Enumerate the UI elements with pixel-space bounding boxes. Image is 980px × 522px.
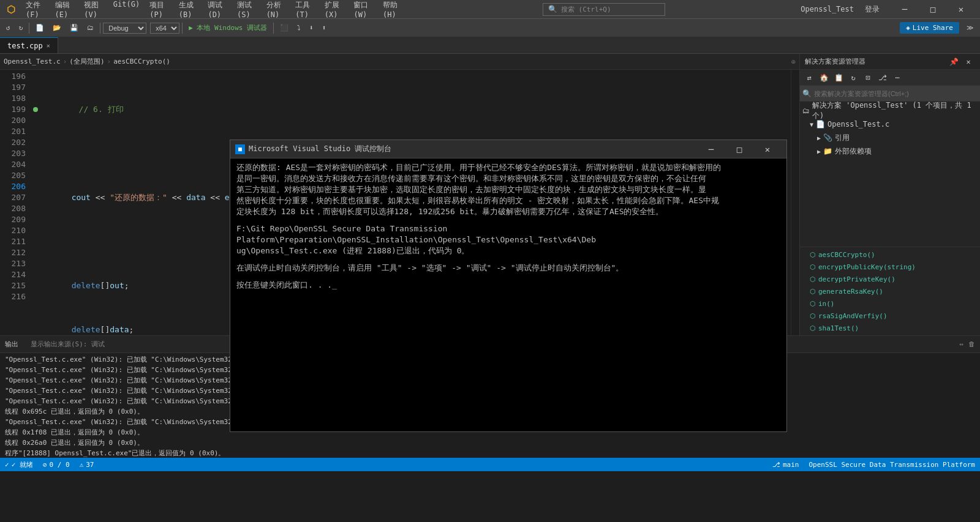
undo-button[interactable]: ↺: [2, 23, 14, 33]
outline-label-6: rsaSigAndVerfiy(): [818, 312, 888, 320]
live-share-icon: ◈: [906, 24, 910, 32]
save-all-button[interactable]: 🗂: [83, 23, 97, 33]
console-minimize-button[interactable]: ─: [697, 140, 725, 158]
console-window: ■ Microsoft Visual Studio 调试控制台 ─ □ ✕ 还原…: [230, 140, 787, 432]
status-branch[interactable]: ⎇ main: [772, 461, 799, 469]
extra-options-button[interactable]: ≫: [963, 23, 978, 33]
menu-project[interactable]: 项目(P): [145, 0, 174, 20]
outline-item-1[interactable]: ⬡ aesCBCCrypto(): [800, 248, 980, 261]
open-button[interactable]: 📂: [49, 23, 65, 33]
step-over-button[interactable]: ⤵: [293, 23, 304, 33]
console-notice: 在调试停止时自动关闭控制台，请启用 "工具" -> "选项" -> "调试" -…: [236, 263, 780, 274]
project-expand-arrow: ▼: [810, 121, 813, 128]
console-icon-symbol: ■: [238, 146, 242, 152]
filter-button[interactable]: ⊡: [861, 72, 875, 84]
outline-item-5[interactable]: ⬡ in(): [800, 297, 980, 310]
redo-button[interactable]: ↻: [15, 23, 27, 33]
panel-controls: 📌 ✕: [947, 56, 975, 68]
references-item[interactable]: ▶ 📎 引用: [800, 131, 980, 144]
toolbar-more-button[interactable]: ⋯: [891, 72, 904, 84]
outline-label-2: encryptPublicKey(string): [818, 263, 916, 271]
clear-button[interactable]: 🗑: [968, 340, 975, 348]
console-content: 还原的数据: AES是一套对称密钥的密码术，目前已广泛使用。用于替代已经不够安全…: [230, 158, 786, 431]
menu-tools[interactable]: 工具(T): [290, 0, 320, 20]
output-controls: ⇔ 🗑: [959, 340, 975, 348]
branch-name: main: [783, 461, 799, 469]
menu-test[interactable]: 测试(S): [232, 0, 262, 20]
output-line-9: 线程 0x26a0 已退出，返回值为 0 (0x0)。: [5, 438, 975, 448]
outline-func-icon-6: ⬡: [810, 312, 816, 320]
toolbar-separator-2: [100, 23, 100, 34]
solution-explorer-header: 解决方案资源管理器 📌 ✕: [800, 54, 980, 70]
panel-close-button[interactable]: ✕: [962, 56, 975, 68]
outline-item-6[interactable]: ⬡ rsaSigAndVerfiy(): [800, 310, 980, 322]
menu-file[interactable]: 文件(F): [21, 0, 50, 20]
menu-help[interactable]: 帮助(H): [378, 0, 407, 20]
menu-analyze[interactable]: 分析(N): [262, 0, 291, 20]
console-close-button[interactable]: ✕: [753, 140, 782, 158]
menu-git[interactable]: Git(G): [108, 0, 145, 20]
outline-item-4[interactable]: ⬡ generateRsaKey(): [800, 285, 980, 297]
breadcrumb-file: Openssl_Test.c: [4, 58, 61, 65]
menu-extensions[interactable]: 扩展(X): [320, 0, 349, 20]
outline-label-4: generateRsaKey(): [818, 288, 883, 296]
menu-debug[interactable]: 调试(D): [203, 0, 232, 20]
maximize-button[interactable]: □: [919, 0, 947, 18]
status-errors: ⊘ 0 / 0: [43, 461, 70, 469]
save-button[interactable]: 💾: [66, 23, 82, 33]
solution-search-box[interactable]: 🔍: [800, 86, 980, 102]
tab-test-cpp[interactable]: test.cpp ✕: [0, 37, 58, 53]
debug-config-dropdown[interactable]: Debug Release: [103, 23, 146, 34]
step-out-button[interactable]: ⬆: [318, 23, 330, 33]
solution-label: 解决方案 'Openssl_Test' (1 个项目，共 1 个): [812, 102, 978, 121]
menu-view[interactable]: 视图(V): [79, 0, 108, 20]
outline-label-1: aesCBCCrypto(): [818, 251, 875, 259]
status-platform: OpenSSL Secure Data Transmission Platfor…: [809, 461, 975, 469]
breadcrumb-sep-2: ›: [107, 58, 111, 65]
toolbar-separator-4: [273, 23, 274, 34]
console-maximize-button[interactable]: □: [725, 140, 753, 158]
outline-item-3[interactable]: ⬡ decryptPrivateKey(): [800, 273, 980, 285]
outline-item-2[interactable]: ⬡ encryptPublicKey(string): [800, 261, 980, 273]
console-press-key: 按任意键关闭此窗口. . ._: [236, 280, 780, 291]
solution-search-icon: 🔍: [802, 89, 812, 98]
sync-button[interactable]: ⇄: [802, 72, 816, 84]
console-window-controls: ─ □ ✕: [697, 140, 782, 158]
output-line-10: 程序"[21888] Openssl_Test.c.exe"已退出，返回值为 0…: [5, 448, 975, 458]
wrap-button[interactable]: ⇔: [959, 340, 963, 348]
close-button[interactable]: ✕: [947, 0, 975, 18]
menu-build[interactable]: 生成(B): [174, 0, 203, 20]
external-deps-item[interactable]: ▶ 📁 外部依赖项: [800, 144, 980, 158]
pin-button[interactable]: 📌: [947, 56, 960, 68]
solution-root-item[interactable]: 🗂 解决方案 'Openssl_Test' (1 个项目，共 1 个): [800, 104, 980, 117]
refresh-button[interactable]: ↻: [846, 72, 860, 84]
solution-search-input[interactable]: [814, 90, 978, 97]
outline-item-7[interactable]: ⬡ sha1Test(): [800, 322, 980, 334]
outline-func-icon-5: ⬡: [810, 300, 816, 308]
references-arrow: ▶: [817, 135, 821, 141]
branch-icon: ⎇: [772, 461, 780, 469]
live-share-button[interactable]: ◈ Live Share: [900, 22, 959, 34]
platform-dropdown[interactable]: x64 x86: [150, 23, 179, 34]
references-label: 引用: [835, 133, 850, 143]
close-tab-button[interactable]: ✕: [47, 42, 50, 49]
menu-window[interactable]: 窗口(W): [349, 0, 378, 20]
status-warnings: ⚠ 37: [80, 461, 94, 469]
breadcrumb-method: aesCBCCrypto(): [113, 58, 170, 65]
expand-icon[interactable]: ⊕: [791, 58, 796, 66]
toolbar-separator-3: [182, 23, 183, 34]
run-button[interactable]: ▶ 本地 Windows 调试器: [185, 22, 271, 34]
new-file-button[interactable]: 📄: [32, 23, 48, 33]
step-into-button[interactable]: ⬇: [306, 23, 317, 33]
breakpoint-button[interactable]: ⬛: [276, 23, 292, 33]
menu-edit[interactable]: 编辑(E): [50, 0, 80, 20]
properties-button[interactable]: 🏠: [817, 72, 831, 84]
show-all-files-button[interactable]: 📋: [832, 72, 845, 84]
breadcrumb-scope: (全局范围): [69, 57, 104, 66]
user-login[interactable]: 登录: [865, 4, 880, 15]
project-icon: 📄: [816, 120, 825, 129]
minimize-button[interactable]: ─: [891, 0, 919, 18]
git-changes-button[interactable]: ⎇: [876, 72, 889, 84]
solution-icon: 🗂: [802, 106, 810, 115]
project-name: Openssl_Test: [801, 5, 854, 13]
